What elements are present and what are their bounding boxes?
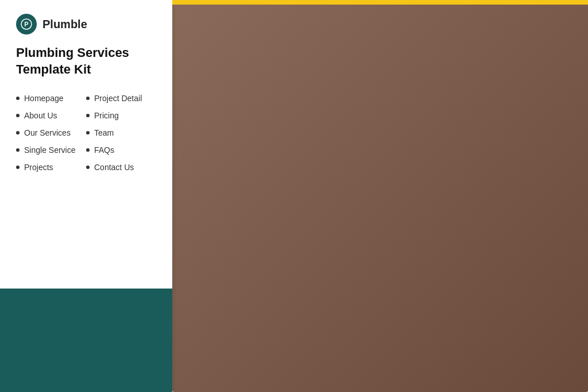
nav-item-single[interactable]: Single Service: [16, 142, 86, 158]
kit-title: Plumbing Services Template Kit: [16, 45, 156, 78]
nav-item-contact[interactable]: Contact Us: [86, 159, 156, 175]
nav-bullet: [16, 97, 20, 100]
logo-text: Plumble: [42, 18, 87, 31]
top-bar: [172, 0, 588, 5]
nav-bullet: [86, 114, 90, 117]
nav-bullet: [86, 166, 90, 169]
nav-item-project-detail[interactable]: Project Detail: [86, 90, 156, 106]
nav-label-services: Our Services: [24, 128, 71, 137]
nav-bullet: [86, 148, 90, 152]
nav-item-faqs[interactable]: FAQs: [86, 142, 156, 158]
nav-item-pricing[interactable]: Pricing: [86, 107, 156, 124]
col3-solution-img-inner: [536, 174, 582, 214]
bottom-teal-bg: [0, 289, 172, 392]
nav-item-team[interactable]: Team: [86, 125, 156, 141]
nav-label-contact: Contact Us: [94, 163, 134, 172]
nav-label-faqs: FAQs: [94, 145, 114, 155]
previews-row: Our package Basic $49.99 Get Started Pl: [172, 0, 588, 387]
right-content: Our package Basic $49.99 Get Started Pl: [172, 0, 588, 392]
nav-label-projects: Projects: [24, 163, 53, 172]
nav-label-team: Team: [94, 128, 114, 137]
nav-bullet: [16, 131, 20, 134]
nav-item-services[interactable]: Our Services: [16, 125, 86, 141]
nav-label-pricing: Pricing: [94, 111, 119, 120]
nav-bullet: [86, 131, 90, 134]
nav-label-homepage: Homepage: [24, 94, 64, 103]
preview-col-3: Plumble Home About Services Projects Con…: [398, 5, 586, 387]
nav-label-project-detail: Project Detail: [94, 94, 142, 103]
svg-text:P: P: [24, 21, 28, 28]
col3-solution-section: Perfect solution for all plumbing proble…: [398, 171, 586, 217]
nav-item-projects[interactable]: Projects: [16, 159, 86, 175]
nav-bullet: [16, 148, 20, 152]
nav-item-about[interactable]: About Us: [16, 107, 86, 124]
nav-label-about: About Us: [24, 111, 57, 120]
nav-bullet: [86, 97, 90, 100]
col3-solution-img: [536, 174, 582, 214]
logo-area: P Plumble: [16, 14, 156, 34]
nav-bullet: [16, 114, 20, 117]
nav-item-homepage[interactable]: Homepage: [16, 90, 86, 106]
nav-bullet: [16, 166, 20, 169]
left-panel: P Plumble Plumbing Services Template Kit…: [0, 0, 172, 392]
logo-icon: P: [16, 14, 37, 34]
nav-label-single: Single Service: [24, 145, 76, 155]
